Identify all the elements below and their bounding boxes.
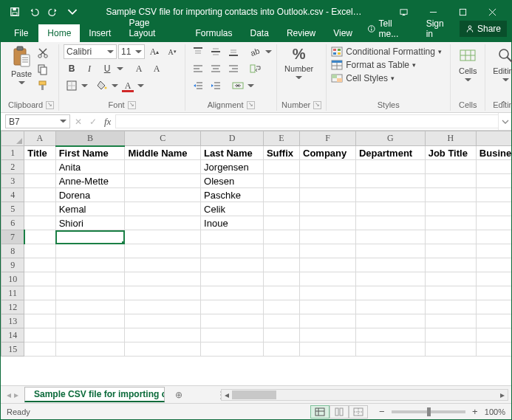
- cell[interactable]: Last Name: [201, 146, 264, 160]
- cell[interactable]: [300, 286, 356, 300]
- cell[interactable]: [476, 160, 511, 174]
- new-sheet-button[interactable]: ⊕: [171, 387, 187, 403]
- row-header[interactable]: 13: [1, 314, 24, 328]
- cell[interactable]: [24, 160, 55, 174]
- border-icon[interactable]: [64, 78, 80, 93]
- column-header[interactable]: H: [425, 131, 476, 146]
- cell[interactable]: Kemal: [55, 202, 125, 216]
- cell[interactable]: [55, 286, 125, 300]
- cell[interactable]: [125, 314, 201, 328]
- tell-me[interactable]: Tell me...: [361, 16, 419, 42]
- cell[interactable]: [263, 174, 299, 188]
- row-header[interactable]: 14: [1, 328, 24, 342]
- row-header[interactable]: 11: [1, 286, 24, 300]
- row-header[interactable]: 4: [1, 188, 24, 202]
- cell[interactable]: [263, 160, 299, 174]
- cell[interactable]: [263, 216, 299, 230]
- cell[interactable]: [125, 216, 201, 230]
- cell[interactable]: [263, 342, 299, 357]
- cell[interactable]: [425, 342, 476, 357]
- row-header[interactable]: 15: [1, 342, 24, 357]
- editing-button[interactable]: Editing: [490, 44, 512, 85]
- cell[interactable]: [425, 244, 476, 258]
- cell[interactable]: [476, 300, 511, 314]
- font-effect-icon[interactable]: A: [149, 61, 165, 76]
- tab-home[interactable]: Home: [38, 24, 80, 42]
- cell[interactable]: [125, 300, 201, 314]
- cell[interactable]: [300, 160, 356, 174]
- zoom-out-button[interactable]: −: [377, 407, 387, 417]
- row-header[interactable]: 5: [1, 202, 24, 216]
- cell[interactable]: [476, 272, 511, 286]
- tab-file[interactable]: File: [4, 24, 38, 42]
- cell[interactable]: [24, 244, 55, 258]
- cell[interactable]: [125, 342, 201, 357]
- cell[interactable]: [355, 300, 425, 314]
- cell[interactable]: [425, 174, 476, 188]
- cell[interactable]: [300, 174, 356, 188]
- cell[interactable]: [300, 272, 356, 286]
- row-header[interactable]: 8: [1, 244, 24, 258]
- cell[interactable]: [125, 272, 201, 286]
- cell[interactable]: [201, 314, 264, 328]
- cell[interactable]: Celik: [201, 202, 264, 216]
- cell[interactable]: Anne-Mette: [55, 174, 125, 188]
- cell[interactable]: [24, 188, 55, 202]
- format-painter-icon[interactable]: [35, 78, 51, 93]
- horizontal-scrollbar[interactable]: ◂ ▸: [221, 389, 508, 401]
- cell[interactable]: Anita: [55, 160, 125, 174]
- cell[interactable]: First Name: [55, 146, 125, 160]
- cell[interactable]: [263, 328, 299, 342]
- cell[interactable]: [476, 174, 511, 188]
- cell[interactable]: [476, 202, 511, 216]
- cell[interactable]: [425, 202, 476, 216]
- cell[interactable]: [263, 188, 299, 202]
- tab-page-layout[interactable]: Page Layout: [120, 14, 186, 42]
- wrap-text-icon[interactable]: [248, 61, 264, 76]
- cell[interactable]: [425, 300, 476, 314]
- cell[interactable]: [425, 328, 476, 342]
- cell[interactable]: Job Title: [425, 146, 476, 160]
- cell[interactable]: [263, 300, 299, 314]
- align-left-icon[interactable]: [190, 61, 206, 76]
- cell[interactable]: [300, 244, 356, 258]
- cell[interactable]: [55, 314, 125, 328]
- cell[interactable]: [425, 216, 476, 230]
- cell[interactable]: [425, 188, 476, 202]
- cell[interactable]: [24, 314, 55, 328]
- cell[interactable]: [476, 244, 511, 258]
- cell[interactable]: [476, 230, 511, 244]
- cell[interactable]: [201, 258, 264, 272]
- cell[interactable]: [300, 230, 356, 244]
- align-center-icon[interactable]: [208, 61, 224, 76]
- cell[interactable]: [201, 328, 264, 342]
- cell[interactable]: [355, 188, 425, 202]
- cell[interactable]: [125, 230, 201, 244]
- cell[interactable]: [24, 272, 55, 286]
- row-header[interactable]: 6: [1, 216, 24, 230]
- increase-indent-icon[interactable]: [208, 78, 224, 93]
- cell[interactable]: [125, 160, 201, 174]
- scroll-left-icon[interactable]: ◂: [222, 390, 232, 400]
- cell[interactable]: [300, 188, 356, 202]
- cell[interactable]: [300, 258, 356, 272]
- column-header[interactable]: A: [24, 131, 55, 146]
- spreadsheet-grid[interactable]: ABCDEFGHI1TitleFirst NameMiddle NameLast…: [1, 131, 511, 385]
- expand-formula-bar-icon[interactable]: [498, 113, 511, 130]
- active-cell[interactable]: [55, 230, 125, 244]
- cell[interactable]: [201, 286, 264, 300]
- sign-in[interactable]: Sign in: [420, 16, 458, 42]
- cell[interactable]: Suffix: [263, 146, 299, 160]
- cell[interactable]: Middle Name: [125, 146, 201, 160]
- scroll-right-icon[interactable]: ▸: [497, 390, 508, 400]
- cell[interactable]: [355, 230, 425, 244]
- font-color-icon[interactable]: A: [120, 78, 136, 93]
- name-box[interactable]: B7: [5, 114, 70, 128]
- chevron-down-icon[interactable]: [117, 66, 123, 72]
- cell[interactable]: [263, 202, 299, 216]
- column-header[interactable]: G: [355, 131, 425, 146]
- cell[interactable]: [201, 272, 264, 286]
- cell[interactable]: [300, 216, 356, 230]
- cell[interactable]: [355, 258, 425, 272]
- cell[interactable]: [476, 328, 511, 342]
